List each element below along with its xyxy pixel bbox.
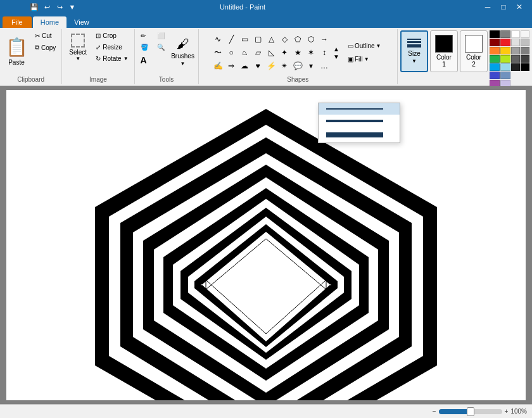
undo-button[interactable]: ↩	[41, 1, 53, 13]
shape-curve[interactable]: ∿	[212, 33, 224, 46]
extra-palette-swatch[interactable]	[521, 47, 529, 54]
extra-palette-swatch[interactable]	[521, 63, 529, 71]
fill-tool-button[interactable]: 🪣	[137, 42, 151, 53]
fill-icon: ▣	[348, 56, 353, 63]
shape-extra[interactable]: …	[318, 60, 331, 72]
colors-group: Size ▼ Color1 Color2	[398, 29, 532, 84]
shapes-scroll-down[interactable]: ▼	[333, 53, 339, 60]
shape-arrow2[interactable]: ⇒	[225, 60, 238, 72]
extra-palette-swatch[interactable]	[521, 55, 529, 63]
shape-star-burst[interactable]: ✴	[278, 60, 291, 72]
size-option-3[interactable]	[319, 127, 400, 142]
color-picker-button[interactable]: 🔍	[154, 42, 168, 53]
shape-pentagon[interactable]: ⬠	[291, 33, 304, 46]
image-label: Image	[89, 76, 107, 83]
extra-palette-swatch[interactable]	[511, 39, 520, 46]
paste-button[interactable]: 📋 Paste	[3, 30, 30, 72]
palette-swatch[interactable]	[500, 47, 510, 54]
palette-swatch[interactable]	[490, 30, 500, 38]
palette-swatch[interactable]	[500, 63, 510, 71]
shape-arrow[interactable]: →	[318, 33, 331, 46]
size-button[interactable]: Size ▼	[400, 30, 428, 72]
outline-button[interactable]: ▭ Outline ▼	[345, 41, 384, 51]
zoom-in-button[interactable]: +	[505, 408, 509, 415]
shape-trapezoid[interactable]: ⏢	[238, 46, 251, 59]
color2-button[interactable]: Color2	[460, 30, 488, 72]
pencil-button[interactable]: ✏	[137, 30, 151, 41]
cut-button[interactable]: ✂ Cut	[32, 30, 59, 41]
palette-swatch[interactable]	[500, 72, 510, 79]
shape-hexagon[interactable]: ⬡	[305, 33, 317, 46]
shape-parallelogram[interactable]: ▱	[251, 46, 264, 59]
tab-view[interactable]: View	[66, 16, 97, 28]
select-button[interactable]: Select ▼	[65, 30, 91, 63]
eraser-icon: ⬜	[157, 32, 165, 39]
shape-rect[interactable]: ▭	[238, 33, 251, 46]
shape-star6[interactable]: ✶	[305, 46, 317, 59]
palette-swatch[interactable]	[490, 39, 500, 46]
palette-swatch[interactable]	[490, 72, 500, 79]
shape-star5[interactable]: ★	[291, 46, 304, 59]
minimize-button[interactable]: ─	[480, 1, 495, 13]
maximize-button[interactable]: □	[496, 1, 511, 13]
shape-diamond[interactable]: ◇	[278, 33, 291, 46]
shape-cloud[interactable]: ☁	[238, 60, 251, 72]
shapes-scroll-up[interactable]: ▲	[333, 46, 339, 53]
brushes-button[interactable]: 🖌 Brushes ▼	[170, 30, 196, 72]
palette-swatch[interactable]	[500, 55, 510, 63]
resize-button[interactable]: ⤢ Resize	[92, 42, 131, 53]
extra-palette-swatch[interactable]	[511, 63, 520, 71]
extra-palette-swatch[interactable]	[521, 30, 529, 38]
fill-button[interactable]: ▣ Fill ▼	[345, 54, 384, 65]
color2-swatch	[465, 35, 483, 53]
zoom-slider[interactable]	[439, 409, 502, 414]
zoom-out-button[interactable]: −	[433, 408, 436, 415]
shape-heart[interactable]: ♥	[251, 60, 264, 72]
text-button[interactable]: A	[137, 53, 151, 67]
extra-palette-swatch[interactable]	[511, 47, 520, 54]
shape-freehand[interactable]: ✍	[212, 60, 224, 72]
redo-button[interactable]: ↪	[54, 1, 65, 13]
color1-button[interactable]: Color1	[430, 30, 458, 72]
shape-line[interactable]: ╱	[225, 33, 238, 46]
shape-star4[interactable]: ✦	[278, 46, 291, 59]
shape-callout[interactable]: 💬	[291, 60, 304, 72]
shape-more[interactable]: ▾	[305, 60, 317, 72]
shape-roundrect[interactable]: ▢	[251, 33, 264, 46]
palette-swatch[interactable]	[490, 63, 500, 71]
rotate-button[interactable]: ↻ Rotate ▼	[92, 53, 131, 64]
shape-scroll[interactable]: ↕	[318, 46, 331, 59]
shape-lightning[interactable]: ⚡	[265, 60, 277, 72]
shape-triangle[interactable]: △	[265, 33, 277, 46]
color1-label: Color1	[436, 54, 452, 68]
size-line-medium	[326, 120, 383, 122]
size-option-2[interactable]	[319, 115, 400, 127]
customize-button[interactable]: ▼	[66, 1, 78, 13]
crop-button[interactable]: ⊡ Crop	[92, 30, 131, 41]
select-dropdown: ▼	[75, 56, 80, 61]
extra-palette-swatch[interactable]	[511, 30, 520, 38]
shape-rightangle[interactable]: ◺	[265, 46, 277, 59]
palette-swatch[interactable]	[490, 47, 500, 54]
canvas-area[interactable]	[0, 86, 532, 404]
tab-home[interactable]: Home	[33, 16, 66, 28]
paint-canvas[interactable]	[6, 90, 526, 400]
extra-palette-swatch[interactable]	[511, 55, 520, 63]
close-button[interactable]: ✕	[512, 1, 527, 13]
shape-wavy[interactable]: 〜	[212, 46, 224, 59]
palette-swatch[interactable]	[500, 39, 510, 46]
save-button[interactable]: 💾	[28, 1, 40, 13]
palette-swatch[interactable]	[490, 55, 500, 63]
shape-ellipse[interactable]: ○	[225, 46, 238, 59]
palette-swatch[interactable]	[500, 30, 510, 38]
tab-file[interactable]: File	[3, 16, 32, 28]
select-icon	[71, 34, 85, 48]
cut-label: Cut	[42, 32, 52, 39]
extra-palette-swatch[interactable]	[521, 39, 529, 46]
size-option-1[interactable]	[319, 103, 400, 115]
tools-label: Tools	[159, 76, 174, 83]
copy-button[interactable]: ⧉ Copy	[32, 42, 59, 53]
eraser-button[interactable]: ⬜	[154, 30, 168, 41]
cut-copy-col: ✂ Cut ⧉ Copy	[32, 30, 59, 53]
zoom-thumb[interactable]	[467, 407, 474, 416]
